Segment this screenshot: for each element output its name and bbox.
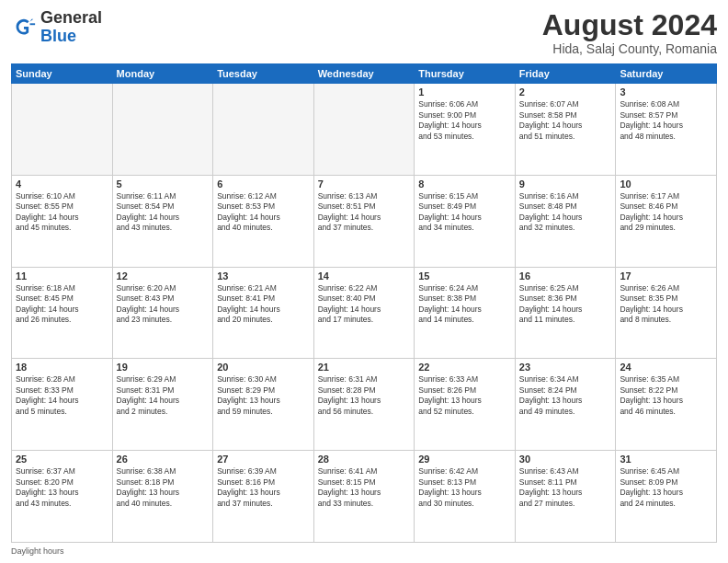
calendar-cell: 30Sunrise: 6:43 AM Sunset: 8:11 PM Dayli… bbox=[515, 451, 616, 543]
day-number: 18 bbox=[16, 362, 108, 373]
footer-note: Daylight hours bbox=[11, 546, 717, 556]
calendar-cell: 25Sunrise: 6:37 AM Sunset: 8:20 PM Dayli… bbox=[12, 451, 113, 543]
day-number: 6 bbox=[217, 178, 310, 190]
day-number: 23 bbox=[519, 362, 612, 373]
day-header-monday: Monday bbox=[112, 64, 213, 84]
calendar-cell bbox=[313, 84, 415, 176]
day-header-saturday: Saturday bbox=[616, 64, 717, 84]
day-info: Sunrise: 6:06 AM Sunset: 9:00 PM Dayligh… bbox=[418, 99, 511, 142]
day-info: Sunrise: 6:34 AM Sunset: 8:24 PM Dayligh… bbox=[519, 374, 612, 417]
day-info: Sunrise: 6:43 AM Sunset: 8:11 PM Dayligh… bbox=[519, 466, 612, 509]
calendar-cell bbox=[213, 84, 314, 176]
day-info: Sunrise: 6:25 AM Sunset: 8:36 PM Dayligh… bbox=[519, 283, 612, 326]
day-info: Sunrise: 6:10 AM Sunset: 8:55 PM Dayligh… bbox=[16, 191, 108, 234]
day-number: 24 bbox=[620, 362, 712, 373]
calendar-cell: 3Sunrise: 6:08 AM Sunset: 8:57 PM Daylig… bbox=[616, 84, 717, 176]
day-info: Sunrise: 6:29 AM Sunset: 8:31 PM Dayligh… bbox=[117, 374, 210, 417]
day-number: 20 bbox=[217, 362, 310, 373]
day-number: 11 bbox=[16, 270, 108, 282]
location: Hida, Salaj County, Romania bbox=[542, 41, 717, 56]
calendar-cell: 15Sunrise: 6:24 AM Sunset: 8:38 PM Dayli… bbox=[415, 267, 516, 359]
day-number: 17 bbox=[620, 270, 712, 282]
calendar-cell: 24Sunrise: 6:35 AM Sunset: 8:22 PM Dayli… bbox=[616, 359, 717, 451]
calendar-cell bbox=[12, 84, 113, 176]
calendar-cell: 29Sunrise: 6:42 AM Sunset: 8:13 PM Dayli… bbox=[415, 451, 516, 543]
day-header-friday: Friday bbox=[515, 64, 616, 84]
day-info: Sunrise: 6:41 AM Sunset: 8:15 PM Dayligh… bbox=[318, 466, 411, 509]
calendar-cell: 13Sunrise: 6:21 AM Sunset: 8:41 PM Dayli… bbox=[213, 267, 314, 359]
day-info: Sunrise: 6:33 AM Sunset: 8:26 PM Dayligh… bbox=[418, 374, 511, 417]
day-info: Sunrise: 6:11 AM Sunset: 8:54 PM Dayligh… bbox=[117, 191, 210, 234]
logo-blue: Blue bbox=[40, 27, 76, 45]
day-info: Sunrise: 6:07 AM Sunset: 8:58 PM Dayligh… bbox=[519, 99, 612, 142]
logo-icon bbox=[11, 15, 37, 40]
day-info: Sunrise: 6:31 AM Sunset: 8:28 PM Dayligh… bbox=[318, 374, 411, 417]
calendar-cell: 27Sunrise: 6:39 AM Sunset: 8:16 PM Dayli… bbox=[213, 451, 314, 543]
calendar-cell: 14Sunrise: 6:22 AM Sunset: 8:40 PM Dayli… bbox=[313, 267, 415, 359]
day-number: 1 bbox=[418, 86, 511, 98]
day-info: Sunrise: 6:42 AM Sunset: 8:13 PM Dayligh… bbox=[418, 466, 511, 509]
logo: General Blue bbox=[11, 9, 102, 46]
calendar-week-4: 25Sunrise: 6:37 AM Sunset: 8:20 PM Dayli… bbox=[12, 451, 717, 543]
day-info: Sunrise: 6:20 AM Sunset: 8:43 PM Dayligh… bbox=[117, 283, 210, 326]
day-info: Sunrise: 6:26 AM Sunset: 8:35 PM Dayligh… bbox=[620, 283, 712, 326]
day-number: 15 bbox=[418, 270, 511, 282]
day-number: 21 bbox=[318, 362, 411, 373]
calendar-cell: 17Sunrise: 6:26 AM Sunset: 8:35 PM Dayli… bbox=[616, 267, 717, 359]
day-number: 4 bbox=[16, 178, 108, 190]
day-info: Sunrise: 6:15 AM Sunset: 8:49 PM Dayligh… bbox=[418, 191, 511, 234]
calendar-table: SundayMondayTuesdayWednesdayThursdayFrid… bbox=[11, 63, 717, 543]
day-info: Sunrise: 6:37 AM Sunset: 8:20 PM Dayligh… bbox=[16, 466, 108, 509]
day-header-thursday: Thursday bbox=[415, 64, 516, 84]
day-number: 13 bbox=[217, 270, 310, 282]
day-number: 10 bbox=[620, 178, 712, 190]
logo-general: General bbox=[40, 8, 102, 27]
title-block: August 2024 Hida, Salaj County, Romania bbox=[542, 9, 717, 56]
day-info: Sunrise: 6:45 AM Sunset: 8:09 PM Dayligh… bbox=[620, 466, 712, 509]
calendar-week-3: 18Sunrise: 6:28 AM Sunset: 8:33 PM Dayli… bbox=[12, 359, 717, 451]
calendar-cell: 1Sunrise: 6:06 AM Sunset: 9:00 PM Daylig… bbox=[415, 84, 516, 176]
calendar-cell: 26Sunrise: 6:38 AM Sunset: 8:18 PM Dayli… bbox=[112, 451, 213, 543]
calendar-cell: 11Sunrise: 6:18 AM Sunset: 8:45 PM Dayli… bbox=[12, 267, 113, 359]
day-info: Sunrise: 6:35 AM Sunset: 8:22 PM Dayligh… bbox=[620, 374, 712, 417]
day-number: 28 bbox=[318, 454, 411, 465]
calendar-cell: 16Sunrise: 6:25 AM Sunset: 8:36 PM Dayli… bbox=[515, 267, 616, 359]
calendar-cell bbox=[112, 84, 213, 176]
day-info: Sunrise: 6:28 AM Sunset: 8:33 PM Dayligh… bbox=[16, 374, 108, 417]
day-info: Sunrise: 6:08 AM Sunset: 8:57 PM Dayligh… bbox=[620, 99, 712, 142]
day-info: Sunrise: 6:12 AM Sunset: 8:53 PM Dayligh… bbox=[217, 191, 310, 234]
calendar-cell: 6Sunrise: 6:12 AM Sunset: 8:53 PM Daylig… bbox=[213, 175, 314, 267]
calendar-cell: 8Sunrise: 6:15 AM Sunset: 8:49 PM Daylig… bbox=[415, 175, 516, 267]
calendar-week-0: 1Sunrise: 6:06 AM Sunset: 9:00 PM Daylig… bbox=[12, 84, 717, 176]
calendar-cell: 4Sunrise: 6:10 AM Sunset: 8:55 PM Daylig… bbox=[12, 175, 113, 267]
month-title: August 2024 bbox=[542, 9, 717, 41]
day-number: 26 bbox=[117, 454, 210, 465]
day-info: Sunrise: 6:18 AM Sunset: 8:45 PM Dayligh… bbox=[16, 283, 108, 326]
day-header-tuesday: Tuesday bbox=[213, 64, 314, 84]
calendar-cell: 9Sunrise: 6:16 AM Sunset: 8:48 PM Daylig… bbox=[515, 175, 616, 267]
day-info: Sunrise: 6:21 AM Sunset: 8:41 PM Dayligh… bbox=[217, 283, 310, 326]
day-number: 27 bbox=[217, 454, 310, 465]
day-number: 7 bbox=[318, 178, 411, 190]
day-number: 19 bbox=[117, 362, 210, 373]
calendar-header-row: SundayMondayTuesdayWednesdayThursdayFrid… bbox=[12, 64, 717, 84]
calendar-cell: 31Sunrise: 6:45 AM Sunset: 8:09 PM Dayli… bbox=[616, 451, 717, 543]
day-info: Sunrise: 6:17 AM Sunset: 8:46 PM Dayligh… bbox=[620, 191, 712, 234]
calendar-week-2: 11Sunrise: 6:18 AM Sunset: 8:45 PM Dayli… bbox=[12, 267, 717, 359]
day-info: Sunrise: 6:30 AM Sunset: 8:29 PM Dayligh… bbox=[217, 374, 310, 417]
header: General Blue August 2024 Hida, Salaj Cou… bbox=[11, 9, 717, 56]
logo-text: General Blue bbox=[40, 9, 102, 46]
calendar-cell: 21Sunrise: 6:31 AM Sunset: 8:28 PM Dayli… bbox=[313, 359, 415, 451]
day-header-wednesday: Wednesday bbox=[313, 64, 415, 84]
day-info: Sunrise: 6:13 AM Sunset: 8:51 PM Dayligh… bbox=[318, 191, 411, 234]
day-number: 25 bbox=[16, 454, 108, 465]
calendar-cell: 28Sunrise: 6:41 AM Sunset: 8:15 PM Dayli… bbox=[313, 451, 415, 543]
day-number: 2 bbox=[519, 86, 612, 98]
day-number: 5 bbox=[117, 178, 210, 190]
calendar-cell: 19Sunrise: 6:29 AM Sunset: 8:31 PM Dayli… bbox=[112, 359, 213, 451]
day-number: 3 bbox=[620, 86, 712, 98]
calendar-cell: 22Sunrise: 6:33 AM Sunset: 8:26 PM Dayli… bbox=[415, 359, 516, 451]
page-container: General Blue August 2024 Hida, Salaj Cou… bbox=[0, 0, 728, 563]
calendar-week-1: 4Sunrise: 6:10 AM Sunset: 8:55 PM Daylig… bbox=[12, 175, 717, 267]
calendar-cell: 7Sunrise: 6:13 AM Sunset: 8:51 PM Daylig… bbox=[313, 175, 415, 267]
